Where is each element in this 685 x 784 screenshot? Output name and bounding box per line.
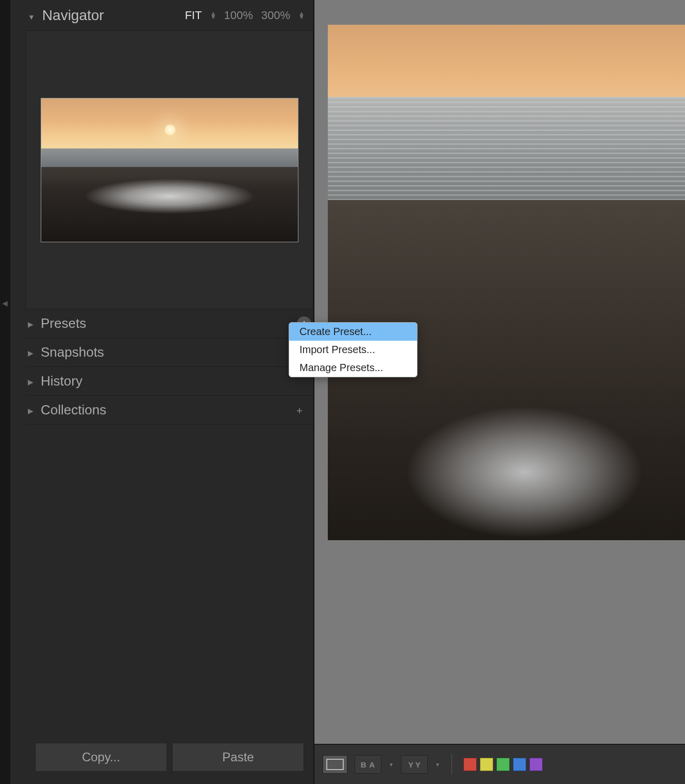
main-image[interactable]	[328, 25, 685, 540]
navigator-thumbnail[interactable]	[41, 98, 298, 242]
chevron-down-icon: ▼	[28, 13, 35, 21]
color-chip-yellow[interactable]	[480, 758, 493, 771]
loupe-view-button[interactable]	[323, 755, 347, 774]
navigator-preview[interactable]	[26, 31, 313, 309]
navigator-title: Navigator	[42, 7, 185, 24]
chevron-right-icon: ▶	[28, 349, 34, 357]
menu-create-preset[interactable]: Create Preset...	[289, 323, 417, 341]
menu-import-presets[interactable]: Import Presets...	[289, 341, 417, 359]
rectangle-icon	[326, 759, 344, 770]
copy-button[interactable]: Copy...	[35, 743, 167, 772]
chevron-right-icon: ▶	[28, 407, 34, 415]
preset-context-menu: Create Preset... Import Presets... Manag…	[289, 322, 417, 377]
chevron-right-icon: ▶	[28, 378, 34, 386]
color-chip-blue[interactable]	[513, 758, 526, 771]
menu-manage-presets[interactable]: Manage Presets...	[289, 359, 417, 377]
presets-panel-header[interactable]: ▶ Presets ＋▾	[26, 309, 313, 338]
zoom-100-button[interactable]: 100%	[224, 9, 253, 22]
collections-label: Collections	[41, 402, 295, 418]
presets-label: Presets	[41, 315, 304, 331]
main-preview-area[interactable]: B A ▼ Y Y ▼	[314, 0, 685, 784]
before-after-dropdown-icon[interactable]: ▼	[389, 762, 394, 768]
color-chip-green[interactable]	[496, 758, 510, 771]
zoom-fit-button[interactable]: FIT	[185, 9, 202, 22]
chevron-right-icon: ▶	[28, 320, 34, 328]
paste-button[interactable]: Paste	[172, 743, 304, 772]
before-after-button[interactable]: B A	[355, 755, 381, 774]
zoom-fit-stepper-icon[interactable]: ▲▼	[210, 12, 216, 19]
sidebar-collapse-icon[interactable]: ◀	[2, 299, 8, 307]
snapshots-panel-header[interactable]: ▶ Snapshots ＋	[26, 338, 313, 367]
zoom-300-button[interactable]: 300%	[261, 9, 290, 22]
add-collection-icon[interactable]: ＋	[295, 404, 304, 416]
navigator-header[interactable]: ▼ Navigator FIT ▲▼ 100% 300% ▲▼	[26, 0, 313, 31]
collections-panel-header[interactable]: ▶ Collections ＋	[26, 396, 313, 425]
color-chip-red[interactable]	[463, 758, 477, 771]
zoom-stepper-icon[interactable]: ▲▼	[298, 12, 304, 19]
compare-view-button[interactable]: Y Y	[401, 755, 428, 774]
color-chip-purple[interactable]	[529, 758, 543, 771]
bottom-toolbar: B A ▼ Y Y ▼	[314, 744, 685, 784]
history-panel-header[interactable]: ▶ History	[26, 367, 313, 396]
snapshots-label: Snapshots	[41, 344, 295, 360]
toolbar-separator	[452, 754, 452, 775]
color-label-chips	[463, 758, 543, 771]
history-label: History	[41, 373, 304, 389]
compare-dropdown-icon[interactable]: ▼	[435, 762, 440, 768]
